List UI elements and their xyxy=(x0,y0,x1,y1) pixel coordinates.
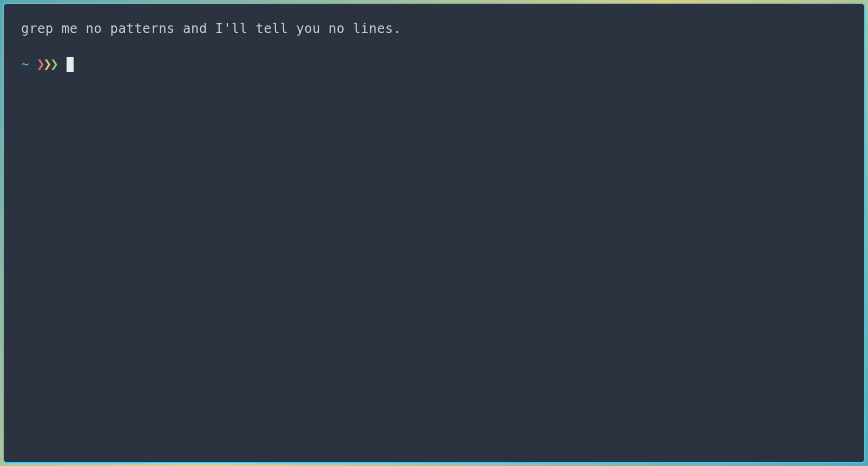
chevron-yellow-icon: ❯ xyxy=(43,54,50,75)
prompt-chevrons-icon: ❯❯❯ xyxy=(36,54,57,75)
motd-text: grep me no patterns and I'll tell you no… xyxy=(21,19,847,38)
prompt-line[interactable]: ~ ❯❯❯ xyxy=(21,54,847,75)
prompt-cwd: ~ xyxy=(21,55,29,74)
cursor-block-icon xyxy=(67,57,74,72)
chevron-green-icon: ❯ xyxy=(50,54,57,75)
chevron-red-icon: ❯ xyxy=(36,54,43,75)
terminal-window[interactable]: grep me no patterns and I'll tell you no… xyxy=(3,3,865,463)
